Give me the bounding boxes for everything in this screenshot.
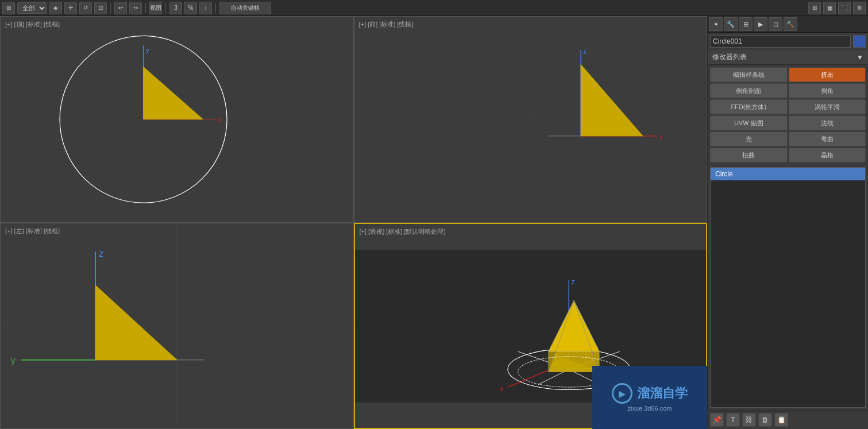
svg-text:z: z (99, 248, 103, 258)
toolbar-scale-btn[interactable]: ⊡ (94, 2, 107, 14)
toolbar-settings-btn[interactable]: ⚙ (853, 2, 866, 14)
btn-twist[interactable]: 扭曲 (710, 148, 788, 163)
svg-text:x: x (659, 133, 663, 140)
modifier-stack[interactable]: Circle (710, 167, 866, 408)
svg-marker-15 (581, 64, 643, 136)
panel-tab-create[interactable]: ✦ (709, 17, 723, 31)
svg-text:y: y (11, 354, 16, 365)
svg-text:z: z (571, 278, 574, 286)
sep2 (145, 3, 146, 13)
watermark-logo-row: ▶ 溜溜自学 (612, 383, 688, 404)
toolbar-percent-btn[interactable]: % (184, 2, 197, 14)
toolbar-logo[interactable]: ⊞ (2, 2, 15, 14)
stack-item-circle-label: Circle (715, 170, 733, 178)
watermark-icon: ▶ (612, 383, 632, 404)
svg-text:x: x (500, 385, 504, 393)
main-layout: [+] [顶] [标准] [线框] y x [+] [前] [标准] [线框] (0, 16, 868, 429)
btn-lattice[interactable]: 晶格 (789, 148, 866, 163)
modifier-list-header: 修改器列表 ▼ (708, 50, 868, 65)
btn-normal[interactable]: 法线 (789, 115, 866, 130)
toolbar-scope-dropdown[interactable]: 全部 (17, 2, 47, 14)
svg-text:x: x (217, 115, 221, 123)
toolbar-view-btn[interactable]: 视图 (149, 2, 162, 14)
top-toolbar: ⊞ 全部 ◈ ✛ ↺ ⊡ ↩ ↪ 视图 3 % ↕ 自动关键帧 ⊞ ▦ ⬛ ⚙ (0, 0, 868, 16)
svg-text:y: y (146, 46, 149, 53)
toolbar-grid-btn[interactable]: ⊞ (808, 2, 821, 14)
watermark-url: zixue.3d66.com (627, 405, 672, 412)
panel-tab-hierarchy[interactable]: ⊞ (739, 17, 753, 31)
btn-bevel-profile[interactable]: 倒角剖面 (710, 83, 788, 98)
toolbar-rotate-btn[interactable]: ↺ (79, 2, 92, 14)
svg-text:z: z (583, 48, 587, 55)
toolbar-undo-btn[interactable]: ↩ (114, 2, 127, 14)
modifier-buttons-grid: 编辑样条线 挤出 倒角剖面 倒角 FFD(长方体) 涡轮平滑 UVW 贴图 法线… (708, 65, 868, 165)
sep1 (110, 3, 111, 13)
toolbar-select-btn[interactable]: ◈ (49, 2, 62, 14)
modifier-list-arrow: ▼ (857, 53, 863, 61)
btn-bend[interactable]: 弯曲 (789, 132, 866, 146)
panel-icon-delete[interactable]: 🗑 (758, 413, 772, 427)
stack-item-circle[interactable]: Circle (711, 168, 865, 180)
btn-extrude[interactable]: 挤出 (789, 67, 866, 82)
svg-marker-7 (144, 67, 203, 119)
panel-tab-display[interactable]: ◻ (769, 17, 782, 31)
panel-icon-copy[interactable]: 📋 (774, 413, 788, 427)
viewport-top-left-svg: y x (1, 17, 353, 222)
toolbar-3-btn[interactable]: 3 (169, 2, 182, 14)
viewport-bottom-left[interactable]: [+] [左] [标准] [线框] z y (0, 223, 354, 430)
btn-uvw-map[interactable]: UVW 贴图 (710, 115, 788, 130)
panel-tab-motion[interactable]: ▶ (754, 17, 767, 31)
panel-tabs: ✦ 🔧 ⊞ ▶ ◻ 🔨 (708, 16, 868, 33)
object-name-input[interactable]: Circle001 (710, 35, 851, 48)
viewport-top-left[interactable]: [+] [顶] [标准] [线框] y x (0, 16, 354, 223)
toolbar-render-btn[interactable]: ⬛ (838, 2, 851, 14)
toolbar-arrow-btn[interactable]: ↕ (199, 2, 212, 14)
panel-icon-pin[interactable]: 📌 (710, 413, 724, 427)
object-color-swatch[interactable] (853, 35, 866, 48)
sep4 (215, 3, 216, 13)
toolbar-layout-btn[interactable]: ▦ (823, 2, 836, 14)
panel-bottom-icons: 📌 T ⛓ 🗑 📋 (708, 410, 868, 429)
panel-icon-link[interactable]: ⛓ (742, 413, 756, 427)
panel-tab-modify[interactable]: 🔧 (724, 17, 738, 31)
viewport-bottom-left-svg: z y (1, 223, 353, 429)
btn-edit-spline[interactable]: 编辑样条线 (710, 67, 788, 82)
sep3 (165, 3, 166, 13)
btn-ffd-box[interactable]: FFD(长方体) (710, 99, 788, 114)
svg-marker-23 (95, 285, 177, 360)
viewport-top-right-svg: z x (354, 17, 707, 222)
btn-turbosmooth[interactable]: 涡轮平滑 (789, 99, 866, 114)
toolbar-keyframe-btn[interactable]: 自动关键帧 (219, 2, 271, 14)
modifier-list-title: 修改器列表 (712, 52, 747, 62)
toolbar-redo-btn[interactable]: ↪ (129, 2, 142, 14)
btn-shell[interactable]: 壳 (710, 132, 788, 146)
viewport-top-right[interactable]: [+] [前] [标准] [线框] z x (354, 16, 708, 223)
watermark: ▶ 溜溜自学 zixue.3d66.com (592, 366, 707, 429)
panel-tab-utilities[interactable]: 🔨 (784, 17, 797, 31)
right-panel: ✦ 🔧 ⊞ ▶ ◻ 🔨 Circle001 修改器列表 ▼ 编辑样条线 挤出 倒… (707, 16, 868, 429)
toolbar-move-btn[interactable]: ✛ (64, 2, 77, 14)
btn-bevel[interactable]: 倒角 (789, 83, 866, 98)
watermark-title: 溜溜自学 (637, 385, 688, 402)
panel-icon-text[interactable]: T (726, 413, 740, 427)
object-name-row: Circle001 (708, 33, 868, 50)
